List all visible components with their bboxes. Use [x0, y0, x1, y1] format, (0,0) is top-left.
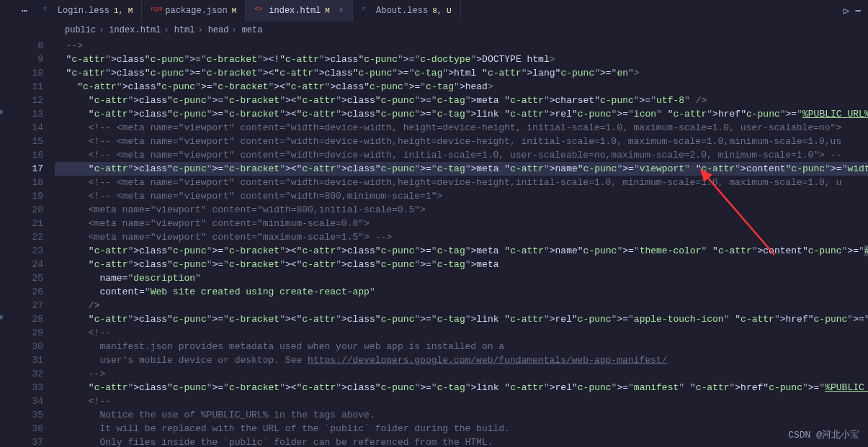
- line-number[interactable]: 14: [12, 121, 43, 135]
- code-line[interactable]: "c-attr">class"c-punc">="c-bracket"><"c-…: [55, 162, 868, 176]
- code-line[interactable]: "c-attr">class"c-punc">="c-bracket"><"c-…: [55, 381, 868, 394]
- tab-index-html[interactable]: <>index.htmlM×: [246, 0, 353, 22]
- line-number[interactable]: 36: [12, 422, 43, 435]
- code-line[interactable]: <meta name="viewport" content="minimum-s…: [55, 217, 868, 230]
- line-number[interactable]: 37: [12, 435, 43, 447]
- file-icon: npm: [151, 6, 161, 16]
- code-line[interactable]: <!-- <meta name="viewport" content="widt…: [55, 176, 868, 189]
- chevron-right-icon: ›: [99, 25, 104, 35]
- line-number[interactable]: 26: [12, 285, 43, 299]
- code-line[interactable]: Only files inside the `public` folder ca…: [55, 435, 868, 447]
- run-icon[interactable]: ▷: [844, 5, 849, 17]
- tab-Login-less[interactable]: #Login.less1, M: [35, 0, 142, 22]
- code-line[interactable]: "c-attr">class"c-punc">="c-bracket"><"c-…: [55, 107, 868, 121]
- line-number[interactable]: 35: [12, 408, 43, 422]
- code-line[interactable]: -->: [55, 367, 868, 381]
- line-number[interactable]: 27: [12, 299, 43, 312]
- line-number[interactable]: 21: [12, 217, 43, 230]
- code-line[interactable]: "c-attr">class"c-punc">="c-bracket"><!"c…: [55, 53, 868, 66]
- code-line[interactable]: />: [55, 299, 868, 312]
- code-line[interactable]: "c-attr">class"c-punc">="c-bracket"><"c-…: [55, 244, 868, 258]
- line-number[interactable]: 29: [12, 326, 43, 340]
- line-number[interactable]: 20: [12, 203, 43, 217]
- line-number[interactable]: 22: [12, 230, 43, 244]
- file-icon: #: [43, 6, 53, 16]
- tab-modified-badge: M: [232, 6, 237, 15]
- code-line[interactable]: <meta name="viewport" content="maximum-s…: [55, 230, 868, 244]
- code-line[interactable]: <!-- <meta name="viewport" content="widt…: [55, 121, 868, 135]
- watermark: CSDN @河北小宝: [788, 428, 859, 441]
- code-line[interactable]: "c-attr">class"c-punc">="c-bracket"><"c-…: [55, 312, 868, 326]
- breadcrumb[interactable]: public›index.html›html›head›meta: [0, 22, 868, 39]
- code-line[interactable]: <meta name="viewport" content="width=800…: [55, 203, 868, 217]
- file-icon: <>: [254, 6, 264, 16]
- editor[interactable]: > Aa ab .* 无结果 ↑ ↓ × ⚛⚛ 8910111213141516…: [0, 39, 868, 447]
- line-number[interactable]: 30: [12, 340, 43, 353]
- line-number[interactable]: 23: [12, 244, 43, 258]
- code-area[interactable]: --> "c-attr">class"c-punc">="c-bracket">…: [55, 39, 868, 447]
- breadcrumb-item[interactable]: index.html: [107, 25, 161, 35]
- code-line[interactable]: name="description": [55, 271, 868, 285]
- tab-About-less[interactable]: #About.less8, U: [353, 0, 460, 22]
- tab-label: About.less: [376, 6, 428, 16]
- line-number[interactable]: 12: [12, 94, 43, 107]
- code-line[interactable]: "c-attr">class"c-punc">="c-bracket"><"c-…: [55, 80, 868, 94]
- line-number[interactable]: 10: [12, 66, 43, 80]
- code-line[interactable]: Notice the use of %PUBLIC_URL% in the ta…: [55, 408, 868, 422]
- chevron-right-icon: ›: [197, 25, 202, 35]
- line-number[interactable]: 16: [12, 148, 43, 162]
- tab-label: index.html: [269, 6, 321, 16]
- line-number[interactable]: 32: [12, 367, 43, 381]
- code-line[interactable]: <!-- <meta name="viewport" content="widt…: [55, 189, 868, 203]
- breadcrumb-item[interactable]: meta: [240, 25, 263, 35]
- line-number[interactable]: 9: [12, 53, 43, 66]
- line-number[interactable]: 13: [12, 107, 43, 121]
- breadcrumb-item[interactable]: html: [172, 25, 195, 35]
- chevron-right-icon: ›: [231, 25, 236, 35]
- tab-label: package.json: [165, 6, 227, 16]
- line-number[interactable]: 24: [12, 258, 43, 271]
- code-line[interactable]: content="Web site created using create-r…: [55, 285, 868, 299]
- close-icon[interactable]: ×: [339, 6, 344, 16]
- tab-modified-badge: M: [325, 6, 330, 15]
- tab-bar: ⋯ #Login.less1, Mnpmpackage.jsonM<>index…: [0, 0, 868, 22]
- file-icon: #: [362, 6, 372, 16]
- code-line[interactable]: <!-- <meta name="viewport" content="widt…: [55, 135, 868, 148]
- react-icon[interactable]: ⚛: [0, 107, 4, 117]
- tab-modified-badge: 1, M: [114, 6, 133, 15]
- breadcrumb-item[interactable]: head: [206, 25, 229, 35]
- line-number[interactable]: 31: [12, 353, 43, 367]
- line-number[interactable]: 28: [12, 312, 43, 326]
- line-number[interactable]: 11: [12, 80, 43, 94]
- code-line[interactable]: manifest.json provides metadata used whe…: [55, 340, 868, 353]
- toolbar-more-icon[interactable]: ⋯: [14, 5, 35, 17]
- code-line[interactable]: user's mobile device or desktop. See htt…: [55, 353, 868, 367]
- react-icon[interactable]: ⚛: [0, 312, 4, 322]
- code-line[interactable]: "c-attr">class"c-punc">="c-bracket"><"c-…: [55, 258, 868, 271]
- code-line[interactable]: It will be replaced with the URL of the …: [55, 422, 868, 435]
- breadcrumb-item[interactable]: public: [65, 25, 96, 35]
- code-line[interactable]: "c-attr">class"c-punc">="c-bracket"><"c-…: [55, 94, 868, 107]
- line-number[interactable]: 8: [12, 39, 43, 53]
- line-number[interactable]: 17: [12, 162, 43, 176]
- code-line[interactable]: "c-attr">class"c-punc">="c-bracket"><"c-…: [55, 66, 868, 80]
- code-line[interactable]: <!--: [55, 326, 868, 340]
- line-gutter[interactable]: 8910111213141516171819202122232425262728…: [12, 39, 55, 447]
- line-number[interactable]: 33: [12, 381, 43, 394]
- line-number[interactable]: 18: [12, 176, 43, 189]
- tab-package-json[interactable]: npmpackage.jsonM: [142, 0, 246, 22]
- line-number[interactable]: 25: [12, 271, 43, 285]
- tab-modified-badge: 8, U: [432, 6, 451, 15]
- code-line[interactable]: -->: [55, 39, 868, 53]
- line-number[interactable]: 15: [12, 135, 43, 148]
- tab-label: Login.less: [58, 6, 109, 16]
- more-icon[interactable]: ⋯: [855, 5, 861, 17]
- code-line[interactable]: <!--: [55, 394, 868, 408]
- line-number[interactable]: 19: [12, 189, 43, 203]
- line-number[interactable]: 34: [12, 394, 43, 408]
- chevron-right-icon: ›: [164, 25, 169, 35]
- code-line[interactable]: <!-- <meta name="viewport" content="widt…: [55, 148, 868, 162]
